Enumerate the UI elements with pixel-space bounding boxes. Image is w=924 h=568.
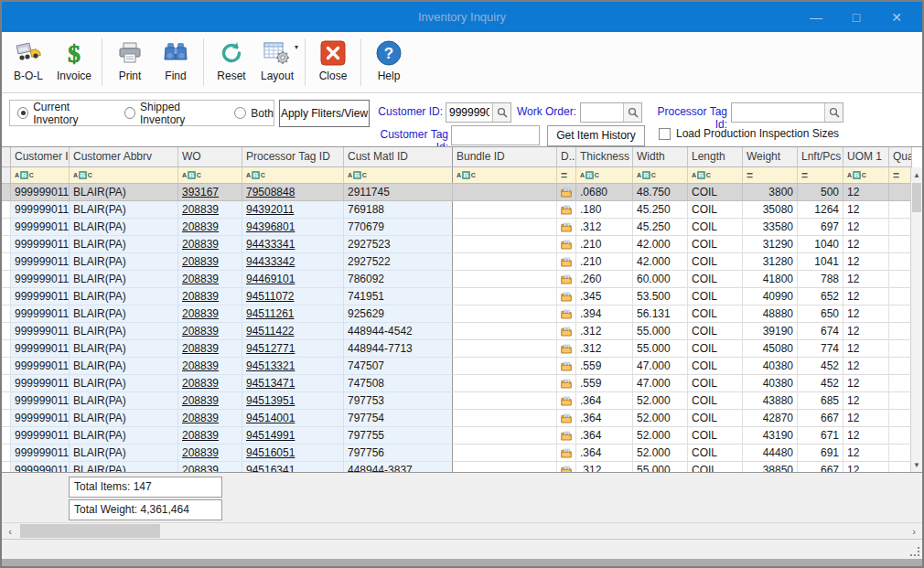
grid-row[interactable]: 999999011BLAIR(PA)20883994516341448944-3… [2,462,912,472]
cell-processor_tag_id[interactable]: 94433341 [242,236,344,253]
processor_tag_id-link[interactable]: 94513951 [246,392,295,409]
wo-link[interactable]: 208839 [182,219,219,235]
maximize-button[interactable]: □ [836,2,876,32]
cell-wo[interactable]: 208839 [178,219,242,236]
cell-processor_tag_id[interactable]: 94396801 [242,219,344,236]
processor_tag_id-link[interactable]: 94514001 [246,410,295,426]
cell-wo[interactable]: 208839 [178,201,242,219]
close-window-button[interactable]: ✕ [876,2,917,32]
column-header-wo[interactable]: WO [178,147,242,166]
close-button[interactable]: Close [310,35,356,90]
customer-tag-id-input[interactable] [452,126,539,145]
vertical-scroll-thumb[interactable] [912,183,921,212]
find-button[interactable]: Find [153,35,199,90]
cell-processor_tag_id[interactable]: 94513321 [242,358,344,375]
filter-cell-length[interactable]: ABC [688,167,743,183]
cell-wo[interactable]: 208839 [178,305,242,323]
wo-link[interactable]: 393167 [182,184,219,200]
cell-wo[interactable]: 208839 [178,340,242,358]
filter-cell-wo[interactable]: ABC [178,167,242,183]
scroll-up-icon[interactable]: ▲ [911,167,922,182]
column-header-thickness[interactable]: Thickness [576,147,633,166]
apply-filters-view-button[interactable]: Apply Fliters/View [279,100,370,127]
processor-tag-id-input[interactable] [732,103,824,122]
wo-link[interactable]: 208839 [182,427,219,444]
scroll-left-icon[interactable]: ‹ [2,523,18,539]
reset-button[interactable]: Reset [209,35,254,90]
cell-processor_tag_id[interactable]: 79508848 [242,184,344,201]
processor_tag_id-link[interactable]: 94514991 [246,427,295,444]
column-header-cust_matl_id[interactable]: Cust Matl ID [344,147,453,166]
filter-cell-customer_id[interactable]: ABC [11,167,70,183]
work-order-input[interactable] [581,103,623,122]
filter-cell-doc[interactable]: = [557,167,576,183]
layout-button[interactable]: ▾ Layout [254,35,300,90]
grid-row[interactable]: 999999011BLAIR(PA)20883994513321747507.5… [2,358,912,375]
filter-cell-lnft_pcs[interactable]: = [798,167,843,183]
cell-processor_tag_id[interactable]: 94511261 [242,305,344,323]
checkbox-unchecked-icon[interactable] [659,128,671,140]
column-header-uom1[interactable]: UOM 1 [843,147,889,166]
processor_tag_id-link[interactable]: 94392011 [246,201,295,218]
grid-row[interactable]: 999999011BLAIR(PA)20883994516051797756.3… [2,445,912,462]
column-header-bundle_id[interactable]: Bundle ID [453,147,557,166]
column-header-quan2[interactable]: Quan 2 [889,147,912,166]
minimize-button[interactable]: — [796,2,836,32]
cell-processor_tag_id[interactable]: 94516341 [242,462,344,472]
wo-link[interactable]: 208839 [182,253,219,270]
wo-link[interactable]: 208839 [182,340,219,357]
wo-link[interactable]: 208839 [182,323,219,339]
processor-tag-search-icon[interactable] [824,103,843,122]
cell-processor_tag_id[interactable]: 94433342 [242,253,344,271]
cell-wo[interactable]: 208839 [178,236,242,253]
bol-button[interactable]: B-O-L [5,35,51,90]
wo-link[interactable]: 208839 [182,271,219,287]
filter-cell-bundle_id[interactable]: ABC [453,167,557,183]
processor_tag_id-link[interactable]: 94433342 [246,253,295,270]
scroll-down-icon[interactable]: ▼ [911,457,922,472]
cell-wo[interactable]: 208839 [178,462,242,472]
column-header-processor_tag_id[interactable]: Processor Tag ID [242,147,344,166]
wo-link[interactable]: 208839 [182,236,219,252]
grid-row[interactable]: 999999011BLAIR(PA)20883994514991797755.3… [2,427,912,445]
work-order-search-icon[interactable] [623,103,641,122]
print-button[interactable]: Print [107,35,153,90]
cell-wo[interactable]: 208839 [178,375,242,392]
filter-cell-quan2[interactable]: = [889,167,912,183]
filter-cell-uom1[interactable]: ABC [843,167,889,183]
grid-row[interactable]: 999999011BLAIR(PA)393167795088482911745.… [2,184,912,201]
cell-wo[interactable]: 393167 [178,184,242,201]
grid-row[interactable]: 999999011BLAIR(PA)20883994513471747508.5… [2,375,912,392]
wo-link[interactable]: 208839 [182,358,219,374]
processor_tag_id-link[interactable]: 94513321 [246,358,295,374]
customer-id-input[interactable] [446,103,492,122]
grid-row[interactable]: 999999011BLAIR(PA)20883994511072741951.3… [2,288,912,305]
cell-processor_tag_id[interactable]: 94516051 [242,445,344,462]
cell-wo[interactable]: 208839 [178,323,242,340]
grid-row[interactable]: 999999011BLAIR(PA)20883994513951797753.3… [2,392,912,410]
grid-row[interactable]: 999999011BLAIR(PA)208839944333422927522.… [2,253,912,271]
wo-link[interactable]: 208839 [182,375,219,391]
processor_tag_id-link[interactable]: 94511072 [246,288,295,305]
cell-wo[interactable]: 208839 [178,410,242,427]
column-header-customer_abbrv[interactable]: Customer Abbrv [70,147,178,166]
cell-processor_tag_id[interactable]: 94392011 [242,201,344,219]
cell-wo[interactable]: 208839 [178,445,242,462]
resize-grip-icon[interactable] [909,546,920,557]
wo-link[interactable]: 208839 [182,392,219,409]
processor_tag_id-link[interactable]: 94516051 [246,445,295,461]
cell-wo[interactable]: 208839 [178,358,242,375]
cell-wo[interactable]: 208839 [178,253,242,271]
cell-processor_tag_id[interactable]: 94512771 [242,340,344,358]
cell-processor_tag_id[interactable]: 94513951 [242,392,344,410]
horizontal-scroll-thumb[interactable] [20,524,160,538]
cell-wo[interactable]: 208839 [178,392,242,410]
wo-link[interactable]: 208839 [182,201,219,218]
wo-link[interactable]: 208839 [182,462,219,472]
processor_tag_id-link[interactable]: 94433341 [246,236,295,252]
wo-link[interactable]: 208839 [182,445,219,461]
load-inspection-checkbox-row[interactable]: Load Production Inspection Sizes [659,127,839,140]
column-header-lnft_pcs[interactable]: Lnft/Pcs [798,147,843,166]
radio-current-inventory[interactable]: Current Inventory [17,101,112,126]
filter-cell-width[interactable]: ABC [633,167,688,183]
